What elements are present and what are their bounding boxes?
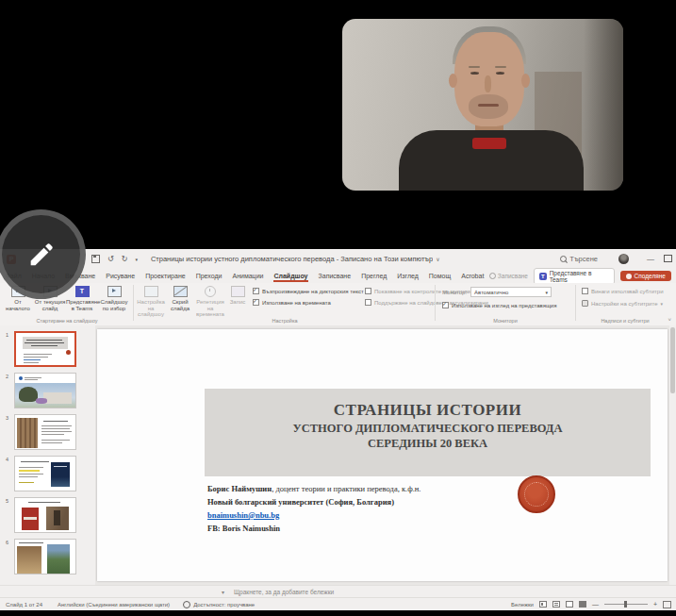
slide-scrollbar[interactable] xyxy=(669,325,676,585)
tab-design[interactable]: Проектиране xyxy=(140,273,191,279)
language-indicator[interactable]: Английски (Съединени американски щати) xyxy=(58,602,170,608)
person-ear xyxy=(521,74,530,88)
thumbnail-row: 4 xyxy=(0,456,95,491)
slide-thumbnail-3[interactable] xyxy=(14,414,76,450)
notes-collapse-icon[interactable]: ▾ xyxy=(222,589,224,595)
accessibility-status[interactable]: Достъпност: проучване xyxy=(183,601,255,608)
quick-access-toolbar: ↺ ↻ ▾ xyxy=(91,255,138,263)
share-label: Споделяне xyxy=(635,273,666,279)
pencil-icon xyxy=(25,239,58,271)
slide-counter[interactable]: Слайд 1 от 24 xyxy=(6,602,42,608)
thumbnail-row: 5 xyxy=(0,497,95,533)
minimize-button[interactable]: — xyxy=(642,255,659,263)
record-label: Записване xyxy=(498,273,528,279)
current-slide[interactable]: СТРАНИЦЫ ИСТОРИИ УСТНОГО ДИПЛОМАТИЧЕСКОГ… xyxy=(97,329,668,581)
zoom-slider[interactable] xyxy=(604,604,648,605)
slide-thumbnail-4[interactable] xyxy=(14,456,76,491)
use-timings-checkbox[interactable]: Използване на времената xyxy=(253,299,364,306)
slide-thumbnail-6[interactable] xyxy=(14,539,76,574)
slideshow-view-icon[interactable] xyxy=(579,601,586,608)
tab-review[interactable]: Преглед xyxy=(356,273,392,279)
tab-transitions[interactable]: Преходи xyxy=(190,273,227,279)
ribbon-collapse-icon[interactable]: ˅ xyxy=(668,317,671,323)
zoom-in-button[interactable]: + xyxy=(653,601,657,608)
slide-editor-area[interactable]: СТРАНИЦЫ ИСТОРИИ УСТНОГО ДИПЛОМАТИЧЕСКОГ… xyxy=(95,325,676,585)
reading-view-icon[interactable] xyxy=(566,601,573,608)
person-eyebrow xyxy=(495,66,506,68)
record-button[interactable]: Записване xyxy=(489,273,528,279)
present-in-teams-button[interactable]: T Представяне в Teams xyxy=(534,268,615,285)
notes-placeholder[interactable]: Щракнете, за да добавите бележки xyxy=(234,589,334,595)
slide-sorter-view-icon[interactable] xyxy=(552,601,560,608)
document-title: Страницы истории устного дипломатическог… xyxy=(151,255,433,263)
author-facebook: FB: Boris Naimushin xyxy=(207,524,420,533)
normal-view-icon[interactable] xyxy=(539,601,547,608)
tab-help[interactable]: Помощ xyxy=(423,273,455,279)
tab-slideshow[interactable]: Слайдшоу xyxy=(269,273,313,279)
search-icon xyxy=(560,256,567,262)
search-box[interactable]: Търсене xyxy=(560,255,598,263)
record-slideshow-icon xyxy=(231,286,245,297)
record-slideshow-button[interactable]: Запис xyxy=(226,283,249,318)
thumbnail-row: 2 xyxy=(0,373,95,408)
setup-slideshow-icon xyxy=(144,286,158,297)
tab-animations[interactable]: Анимации xyxy=(227,273,269,279)
checkbox-icon xyxy=(253,299,259,306)
background-shadow xyxy=(584,19,623,191)
custom-slideshow-button[interactable]: Слайдшоу по избор xyxy=(98,283,130,311)
slide-thumbnail-5[interactable] xyxy=(14,497,76,533)
fit-to-window-icon[interactable] xyxy=(663,601,671,608)
person-ear xyxy=(449,74,457,88)
undo-icon[interactable]: ↺ xyxy=(107,255,114,263)
setup-slideshow-button[interactable]: Настройка на слайдшоу xyxy=(136,283,166,318)
group-label: Настройка xyxy=(136,318,434,324)
zoom-out-button[interactable]: — xyxy=(592,601,599,608)
rehearse-timings-button[interactable]: Репетиция на времената xyxy=(194,283,226,318)
monitor-select[interactable]: Автоматично ▾ xyxy=(470,287,552,297)
scrollbar-thumb[interactable] xyxy=(670,327,675,393)
powerpoint-window: P ↺ ↻ ▾ Страницы истории устного диплома… xyxy=(0,249,676,609)
thumbnail-row: 6 xyxy=(0,539,95,574)
tab-view[interactable]: Изглед xyxy=(392,273,424,279)
save-icon[interactable] xyxy=(91,255,100,263)
ribbon-group-monitors: Монитор: Автоматично ▾ Използване на изг… xyxy=(437,283,574,325)
tab-draw[interactable]: Рисуване xyxy=(101,273,140,279)
status-bar: Слайд 1 от 24 Английски (Съединени амери… xyxy=(0,597,676,610)
workspace: 1 2 xyxy=(0,325,676,585)
slide-thumbnail-panel[interactable]: 1 2 xyxy=(0,325,95,585)
always-use-subtitles-checkbox[interactable]: Винаги използвай субтитри xyxy=(582,288,672,294)
annotation-pencil-cursor[interactable] xyxy=(0,209,86,299)
subtitle-settings-button[interactable]: Настройки на субтитрите ▾ xyxy=(582,300,672,307)
play-narrations-checkbox[interactable]: Възпроизвеждане на дикторския текст xyxy=(253,288,364,294)
author-titles: , доцент теории и практики перевода, к.ф… xyxy=(272,484,420,493)
redo-icon[interactable]: ↻ xyxy=(122,255,128,263)
slide-thumbnail-1-selected[interactable] xyxy=(14,331,76,367)
checkbox-icon xyxy=(365,288,371,294)
tab-acrobat[interactable]: Acrobat xyxy=(456,273,489,279)
share-button[interactable]: Споделяне xyxy=(620,271,671,281)
author-affiliation: Новый болгарский университет (София, Бол… xyxy=(207,497,420,507)
hide-slide-button[interactable]: Скрий слайда xyxy=(166,283,194,318)
hide-slide-icon xyxy=(173,286,188,297)
slide-number: 3 xyxy=(0,414,14,450)
notes-pane[interactable]: ▾ Щракнете, за да добавите бележки xyxy=(0,585,676,598)
person-eyebrow xyxy=(469,66,480,68)
maximize-button[interactable] xyxy=(659,255,676,264)
accessibility-icon xyxy=(183,601,190,608)
title-bar: P ↺ ↻ ▾ Страницы истории устного диплома… xyxy=(0,249,676,269)
author-email-link[interactable]: bnaimushin@nbu.bg xyxy=(207,510,279,520)
slide-thumbnail-2[interactable] xyxy=(14,373,76,408)
thumbnail-row: 1 xyxy=(0,331,95,367)
account-avatar[interactable] xyxy=(618,254,629,264)
title-chevron-icon[interactable]: ∨ xyxy=(436,256,439,262)
qat-dropdown-icon[interactable]: ▾ xyxy=(135,257,138,262)
tab-record[interactable]: Записване xyxy=(313,273,356,279)
slide-number: 6 xyxy=(0,539,14,574)
zoom-slider-thumb[interactable] xyxy=(624,601,627,608)
notes-toggle-button[interactable]: Бележки xyxy=(511,602,534,608)
group-label: Стартиране на слайдшоу xyxy=(2,318,132,324)
presenter-view-checkbox[interactable]: Използване на изглед на представящия xyxy=(442,302,574,308)
group-separator xyxy=(575,285,576,321)
present-in-teams-label: Представяне в Teams xyxy=(550,270,609,283)
slide-number: 2 xyxy=(0,373,14,408)
